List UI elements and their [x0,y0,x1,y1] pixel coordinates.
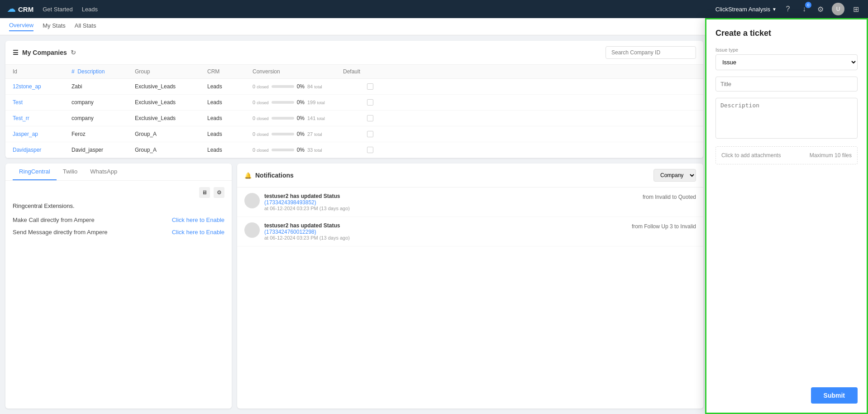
notif-avatar [244,222,260,238]
clickstream-label-text: ClickStream Analysis [715,6,770,13]
ticket-submit-button[interactable]: Submit [811,387,858,404]
row-group: Exclusive_Leads [135,99,207,106]
notifications-dropdown: Company Lead Task [653,169,696,182]
row-crm: Leads [207,99,253,106]
row-conversion: 0 closed 0% 199 total [253,99,343,106]
companies-table-body: 12stone_ap Zabi Exclusive_Leads Leads 0 … [5,79,703,158]
notif-status: from Follow Up 3 to Invalid [632,222,696,230]
closed-count: 0 closed [253,100,269,105]
rc-settings-icon[interactable]: ⚙ [214,187,224,198]
top-nav-right: ClickStream Analysis ▼ ? ↓ 0 ⚙ U ⊞ [715,3,861,15]
row-id[interactable]: 12stone_ap [13,83,72,90]
notifications-header: 🔔 Notifications Company Lead Task [237,164,703,188]
rc-call-enable-link[interactable]: Click here to Enable [172,217,224,223]
row-group: Group_A [135,131,207,137]
subnav-my-stats[interactable]: My Stats [43,22,66,31]
bell-icon: 🔔 [244,172,252,179]
help-icon[interactable]: ? [783,4,793,14]
ticket-issue-type-select[interactable]: Issue Bug Feature Request [715,54,858,70]
rc-content: 🖥 ⚙ Ringcentral Extensions. Make Call di… [5,181,232,245]
col-id: Id [13,68,72,75]
rc-message-label: Send Message directly from Ampere [13,229,108,236]
notification-badge: 0 [805,2,811,8]
row-id[interactable]: Test_rr [13,115,72,121]
default-checkbox[interactable] [367,99,373,106]
rc-row-call: Make Call directly from Ampere Click her… [13,214,224,226]
row-group: Group_A [135,147,207,153]
top-navigation: ☁ CRM Get Started Leads ClickStream Anal… [0,0,868,18]
row-description: company [72,115,135,121]
row-id[interactable]: Test [13,99,72,106]
col-conversion: Conversion [253,68,343,75]
grid-icon[interactable]: ⊞ [851,4,861,14]
avatar[interactable]: U [832,3,844,15]
table-row[interactable]: Davidjasper David_jasper Group_A Leads 0… [5,142,703,158]
row-crm: Leads [207,115,253,121]
notification-item: testuser2 has updated Status (1733424398… [237,188,703,217]
closed-count: 0 closed [253,116,269,121]
notif-id: (1733424398493852) [264,199,638,206]
ticket-title-field [715,77,858,91]
default-checkbox[interactable] [367,131,373,137]
notifications-list: testuser2 has updated Status (1733424398… [237,188,703,246]
tab-bar: RingCentral Twilio WhatsApp [5,164,232,181]
row-conversion: 0 closed 0% 33 total [253,147,343,153]
default-checkbox[interactable] [367,147,373,153]
refresh-icon[interactable]: ↻ [71,49,76,56]
subnav-overview[interactable]: Overview [9,22,33,31]
ticket-description-textarea[interactable] [715,98,858,139]
tab-ringcentral[interactable]: RingCentral [13,164,57,180]
ticket-title-input[interactable] [715,77,858,91]
notifications-filter-select[interactable]: Company Lead Task [653,169,696,182]
notifications-card: 🔔 Notifications Company Lead Task testus… [237,164,703,409]
notification-item: testuser2 has updated Status (1733424760… [237,217,703,246]
search-input[interactable] [606,46,696,59]
tab-twilio[interactable]: Twilio [57,164,84,180]
row-id[interactable]: Davidjasper [13,147,72,153]
ticket-attachment-area[interactable]: Click to add attachments Maximum 10 file… [715,146,858,164]
progress-bar [272,117,294,120]
notif-user: testuser2 has updated Status [264,193,638,199]
col-hash: # Description [72,68,135,75]
row-group: Exclusive_Leads [135,115,207,121]
clickstream-analysis[interactable]: ClickStream Analysis ▼ [715,6,777,13]
default-checkbox[interactable] [367,83,373,90]
notif-user: testuser2 has updated Status [264,222,627,229]
companies-title: ☰ My Companies ↻ [13,49,76,56]
ringcentral-card: RingCentral Twilio WhatsApp 🖥 ⚙ Ringcent… [5,164,232,409]
rc-message-enable-link[interactable]: Click here to Enable [172,229,224,236]
brand-logo[interactable]: ☁ CRM [7,4,33,14]
pct-label: 0% [297,115,305,121]
notif-time: at 06-12-2024 03:23 PM (13 days ago) [264,206,638,211]
table-row[interactable]: Jasper_ap Feroz Group_A Leads 0 closed 0… [5,126,703,142]
rc-section-title: Ringcentral Extensions. [13,202,224,209]
nav-leads[interactable]: Leads [82,6,98,13]
row-default [343,131,397,137]
tab-whatsapp[interactable]: WhatsApp [84,164,124,180]
total-count: 199 total [307,100,325,105]
row-id[interactable]: Jasper_ap [13,131,72,137]
cloud-icon: ☁ [7,4,15,14]
row-group: Exclusive_Leads [135,83,207,90]
ticket-attachment-text: Click to add attachments [721,152,781,159]
create-ticket-modal: Create a ticket Issue type Issue Bug Fea… [705,18,868,414]
companies-header: ☰ My Companies ↻ [5,41,703,65]
default-checkbox[interactable] [367,115,373,121]
subnav-all-stats[interactable]: All Stats [75,22,96,31]
table-header: Id # Description Group CRM Conversion De… [5,65,703,79]
table-row[interactable]: Test_rr company Exclusive_Leads Leads 0 … [5,111,703,126]
total-count: 33 total [307,147,322,153]
table-row[interactable]: Test company Exclusive_Leads Leads 0 clo… [5,95,703,111]
settings-icon[interactable]: ⚙ [816,4,825,14]
companies-search [606,46,696,59]
table-row[interactable]: 12stone_ap Zabi Exclusive_Leads Leads 0 … [5,79,703,95]
rc-row-message: Send Message directly from Ampere Click … [13,226,224,238]
notifications-title: Notifications [255,172,294,179]
row-conversion: 0 closed 0% 141 total [253,115,343,121]
notif-body: testuser2 has updated Status (1733424760… [264,222,627,241]
nav-get-started[interactable]: Get Started [43,6,72,13]
closed-count: 0 closed [253,131,269,137]
download-icon[interactable]: ↓ 0 [799,4,809,14]
row-description: company [72,99,135,106]
rc-monitor-icon[interactable]: 🖥 [199,187,210,198]
